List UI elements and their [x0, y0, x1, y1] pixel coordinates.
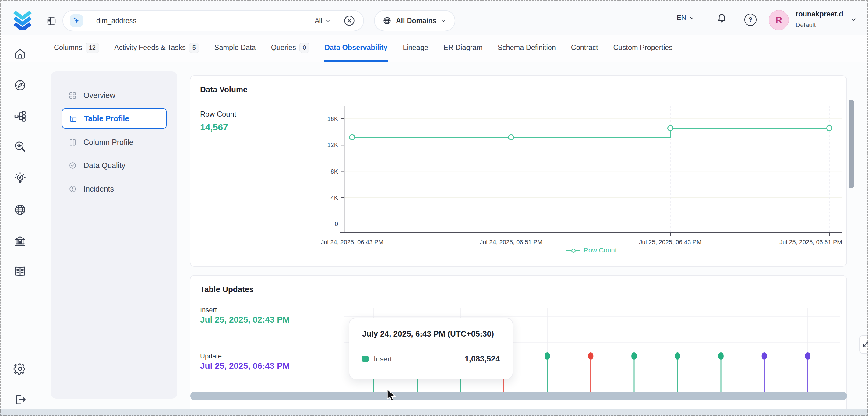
- entity-tab-bar: Columns12Activity Feeds & Tasks5Sample D…: [0, 35, 868, 62]
- rail-item-observability[interactable]: [13, 140, 27, 154]
- nav-item-table-profile[interactable]: Table Profile: [62, 108, 166, 129]
- rail-item-settings[interactable]: [13, 362, 27, 376]
- nav-item-overview[interactable]: Overview: [62, 85, 166, 105]
- lollipop-dot[interactable]: [718, 352, 724, 360]
- search-input[interactable]: dim_address: [96, 17, 136, 25]
- row-count-legend[interactable]: Row Count: [344, 246, 839, 254]
- tab-count-badge: 5: [189, 43, 199, 53]
- expand-button[interactable]: [860, 335, 868, 354]
- domains-label: All Domains: [396, 17, 436, 25]
- tooltip-row: Insert 1,083,524: [362, 354, 500, 363]
- tab-custom-properties[interactable]: Custom Properties: [613, 35, 673, 62]
- quality-icon: [68, 161, 77, 170]
- tab-label: Queries: [271, 43, 296, 52]
- rail-item-lineage[interactable]: [13, 109, 27, 123]
- profile-chevron-down-icon[interactable]: [850, 16, 857, 23]
- rail-item-logout[interactable]: [13, 392, 27, 407]
- incidents-icon: [68, 185, 77, 193]
- horizontal-scrollbar[interactable]: [190, 392, 847, 400]
- insert-value: Jul 25, 2025, 02:43 PM: [200, 313, 291, 327]
- tab-label: Custom Properties: [613, 43, 673, 52]
- insights-icon: [13, 171, 27, 185]
- page-scrollbar-track[interactable]: [0, 409, 868, 416]
- avatar[interactable]: R: [769, 10, 789, 30]
- overview-icon: [68, 91, 77, 100]
- svg-text:4K: 4K: [331, 194, 338, 201]
- tab-data-observability[interactable]: Data Observability: [324, 35, 388, 62]
- search-clear-icon[interactable]: [343, 14, 355, 27]
- nav-item-incidents[interactable]: Incidents: [62, 179, 166, 199]
- tab-label: Contract: [571, 43, 598, 52]
- search-controls: All: [315, 14, 355, 27]
- legend-label: Row Count: [584, 246, 617, 254]
- tab-label: Schema Definition: [498, 43, 556, 52]
- sidebar-toggle-icon[interactable]: [46, 16, 56, 26]
- chevron-down-icon: [441, 18, 447, 24]
- tab-er-diagram[interactable]: ER Diagram: [443, 35, 483, 62]
- tab-queries[interactable]: Queries0: [271, 35, 310, 62]
- rail-item-home[interactable]: [13, 46, 27, 61]
- svg-text:Jul 25, 2025, 06:43 PM: Jul 25, 2025, 06:43 PM: [639, 239, 702, 246]
- row-count-label: Row Count: [200, 110, 236, 119]
- vertical-scrollbar[interactable]: [848, 100, 854, 188]
- profiler-nav-panel: OverviewTable ProfileColumn ProfileData …: [51, 71, 177, 398]
- tab-sample-data[interactable]: Sample Data: [214, 35, 256, 62]
- govern-icon: [13, 234, 27, 248]
- tab-label: Sample Data: [214, 43, 256, 52]
- tab-columns[interactable]: Columns12: [53, 35, 100, 62]
- global-search-bar[interactable]: dim_address All: [62, 10, 364, 31]
- avatar-initial: R: [775, 15, 782, 25]
- help-icon[interactable]: ?: [744, 14, 756, 26]
- tab-contract[interactable]: Contract: [570, 35, 599, 62]
- table-icon: [69, 115, 78, 123]
- chevron-down-icon: [325, 18, 331, 24]
- help-glyph: ?: [748, 16, 752, 24]
- tooltip-series: Insert: [374, 355, 392, 363]
- nav-item-label: Table Profile: [84, 114, 129, 123]
- tab-schema-definition[interactable]: Schema Definition: [497, 35, 556, 62]
- language-label: EN: [677, 14, 686, 22]
- nav-item-column-profile[interactable]: Column Profile: [62, 132, 166, 152]
- chevron-down-icon: [689, 15, 695, 21]
- svg-text:12K: 12K: [327, 141, 338, 148]
- notifications-bell-icon[interactable]: [716, 12, 727, 23]
- tab-label: Activity Feeds & Tasks: [114, 43, 186, 52]
- nav-item-label: Column Profile: [84, 138, 133, 147]
- lollipop-dot[interactable]: [631, 352, 637, 360]
- lollipop-dot[interactable]: [588, 352, 594, 360]
- tab-activity-feeds-tasks[interactable]: Activity Feeds & Tasks5: [114, 35, 200, 62]
- rail-item-glossary[interactable]: [13, 265, 27, 279]
- rail-item-insights[interactable]: [13, 171, 27, 185]
- rail-item-explore[interactable]: [13, 78, 27, 92]
- tab-count-badge: 12: [86, 43, 99, 53]
- tab-lineage[interactable]: Lineage: [402, 35, 429, 62]
- tooltip-timestamp: July 24, 2025, 6:43 PM (UTC+05:30): [362, 329, 494, 339]
- svg-text:Jul 25, 2025, 06:51 PM: Jul 25, 2025, 06:51 PM: [779, 239, 842, 246]
- lollipop-dot[interactable]: [675, 352, 680, 360]
- rail-item-govern[interactable]: [13, 234, 27, 248]
- home-icon: [13, 47, 27, 60]
- search-scope-label: All: [315, 17, 322, 25]
- ai-sparkle-icon: [70, 14, 83, 27]
- lollipop-dot[interactable]: [762, 352, 767, 360]
- svg-text:Jul 24, 2025, 06:51 PM: Jul 24, 2025, 06:51 PM: [480, 239, 542, 246]
- lollipop-dot[interactable]: [545, 352, 550, 360]
- insert-swatch-icon: [362, 356, 369, 362]
- domains-dropdown[interactable]: All Domains: [374, 10, 455, 31]
- app-logo-icon[interactable]: [11, 7, 33, 30]
- lollipop-dot[interactable]: [805, 352, 810, 360]
- nav-item-data-quality[interactable]: Data Quality: [62, 155, 166, 175]
- columns-icon: [68, 138, 77, 147]
- tab-label: Data Observability: [325, 43, 388, 52]
- globe-icon: [382, 16, 392, 25]
- resize-icon: [862, 341, 868, 348]
- search-scope-dropdown[interactable]: All: [315, 17, 331, 25]
- language-dropdown[interactable]: EN: [677, 0, 695, 35]
- legend-line-icon: [566, 248, 581, 253]
- svg-text:0: 0: [335, 221, 338, 227]
- rail-item-domains[interactable]: [13, 203, 27, 217]
- tooltip-value: 1,083,524: [464, 354, 500, 363]
- nav-item-label: Overview: [84, 91, 115, 100]
- table-updates-title: Table Updates: [200, 285, 254, 294]
- top-bar: dim_address All All Domains: [0, 0, 868, 35]
